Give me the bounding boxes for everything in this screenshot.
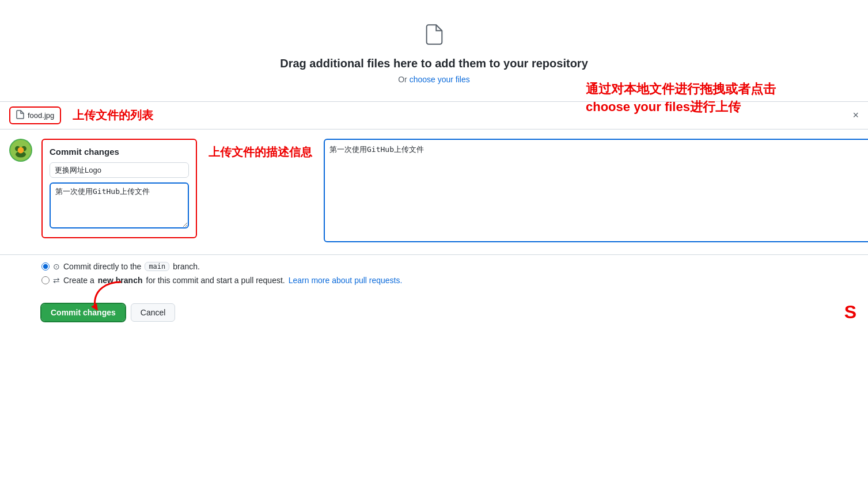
bottom-right-icon: S bbox=[844, 302, 856, 323]
pr-icon: ⇄ bbox=[53, 276, 60, 285]
radio-section: ⊙ Commit directly to the main branch. ⇄ … bbox=[0, 255, 868, 296]
drop-zone[interactable]: Drag additional files here to add them t… bbox=[0, 0, 868, 102]
file-item: food.jpg bbox=[9, 106, 61, 124]
file-icon bbox=[16, 110, 24, 121]
file-drop-icon bbox=[423, 23, 446, 48]
radio-commit-direct[interactable] bbox=[41, 262, 50, 271]
choose-files-link[interactable]: choose your files bbox=[410, 75, 470, 84]
commit-and-desc: Commit changes 上传文件的描述信息 bbox=[41, 139, 868, 245]
drop-zone-subtitle: Or choose your files bbox=[398, 75, 470, 84]
commit-box: Commit changes bbox=[41, 139, 197, 238]
learn-more-link[interactable]: Learn more about pull requests. bbox=[289, 276, 403, 285]
branch-badge: main bbox=[145, 262, 169, 271]
radio-new-branch-suffix: for this commit and start a pull request… bbox=[146, 276, 285, 285]
radio-direct-label: Commit directly to the bbox=[63, 262, 141, 271]
arrow-annotation bbox=[86, 279, 127, 315]
full-description-textarea[interactable] bbox=[324, 139, 868, 242]
radio-row-new-branch: ⇄ Create a new branch for this commit an… bbox=[41, 276, 859, 285]
svg-point-4 bbox=[18, 147, 24, 154]
description-annotation: 上传文件的描述信息 bbox=[209, 144, 312, 160]
file-list-section: food.jpg 上传文件的列表 × bbox=[0, 102, 868, 129]
commit-summary-input[interactable] bbox=[50, 162, 189, 178]
avatar bbox=[9, 139, 32, 162]
file-name: food.jpg bbox=[28, 111, 54, 120]
radio-new-branch[interactable] bbox=[41, 276, 50, 284]
git-icon: ⊙ bbox=[53, 262, 60, 271]
commit-box-title: Commit changes bbox=[50, 147, 189, 157]
radio-row-direct: ⊙ Commit directly to the main branch. bbox=[41, 262, 859, 271]
commit-description-textarea[interactable] bbox=[50, 182, 189, 228]
file-close-button[interactable]: × bbox=[852, 109, 859, 121]
cancel-button[interactable]: Cancel bbox=[131, 303, 176, 322]
file-list-annotation: 上传文件的列表 bbox=[73, 108, 153, 123]
radio-direct-suffix: branch. bbox=[173, 262, 200, 271]
commit-section: Commit changes 上传文件的描述信息 bbox=[0, 129, 868, 255]
or-text: Or bbox=[398, 75, 409, 84]
drop-zone-title: Drag additional files here to add them t… bbox=[280, 57, 588, 70]
action-section: Commit changes Cancel S bbox=[0, 296, 868, 329]
